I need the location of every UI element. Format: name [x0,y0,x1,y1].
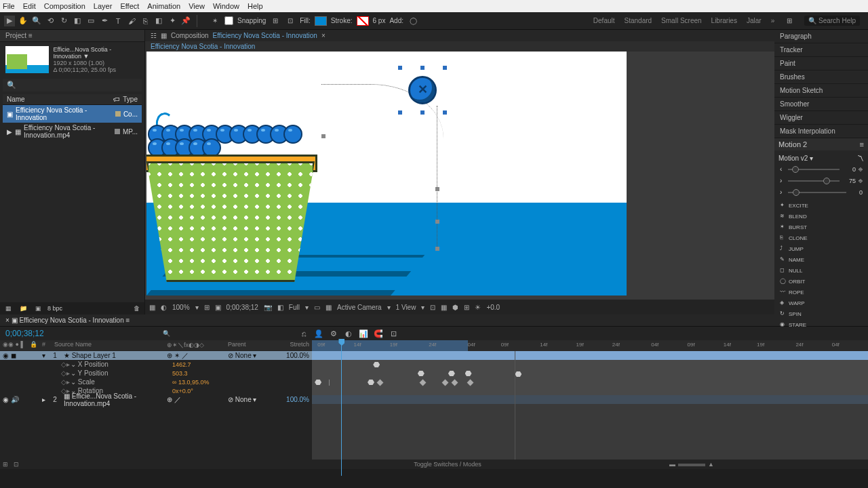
snapping-checkbox[interactable] [224,16,233,25]
exposure-value[interactable]: +0.0 [486,304,500,311]
resize-handle[interactable] [443,66,447,70]
brush-tool-icon[interactable]: 🖌 [126,16,137,26]
burst-button[interactable]: ✶BURST [780,222,821,232]
grid-icon[interactable]: ⊞ [204,304,210,311]
zoom-tool-icon[interactable]: 🔍 [31,16,42,26]
prop-xposition[interactable]: ◇▸⌄ X Position1462.7 [0,360,312,369]
prop-scale[interactable]: ◇▸⌄ Scale∞ 13.0,95.0% [0,378,312,386]
slider-2[interactable]: ›75⎆ [778,175,864,186]
menu-file[interactable]: File [3,2,15,10]
snap-opt2-icon[interactable]: ⊡ [285,16,296,26]
menu-help[interactable]: Help [248,2,263,10]
menu-edit[interactable]: Edit [23,2,36,10]
hand-tool-icon[interactable]: ✋ [18,16,28,26]
puppet-tool-icon[interactable]: 📌 [180,16,191,26]
comp-tab[interactable]: Efficiency Nova Scotia - Innovation [145,41,774,52]
views-dropdown[interactable]: 1 View [396,304,416,311]
bpc-label[interactable]: 8 bpc [47,305,62,312]
jump-button[interactable]: ⤴JUMP [780,244,821,253]
clone-tool-icon[interactable]: ⎘ [140,16,151,26]
tl-shy-icon[interactable]: 👤 [313,328,324,339]
project-search[interactable]: 🔍 [3,79,142,92]
resize-handle[interactable] [398,110,402,115]
rope-button[interactable]: 〰ROPE [780,287,821,297]
panel-wiggler[interactable]: Wiggler [774,111,868,125]
eraser-tool-icon[interactable]: ◧ [153,16,164,26]
search-help[interactable]: 🔍 Search Help [804,16,860,26]
shape-star-icon[interactable]: ✶ [210,16,220,26]
tl-toggle2-icon[interactable]: ⊡ [14,461,27,468]
graph-icon[interactable]: 〽 [857,155,864,162]
prop-yposition[interactable]: ◇▸⌄ Y Position503.3 [0,369,312,378]
name-button[interactable]: ✎NAME [780,255,821,264]
asset-row-comp[interactable]: ▣ Efficiency Nova Scotia - Innovation Co… [3,105,142,123]
px-icon[interactable]: ⊡ [430,304,435,311]
timecode[interactable]: 0;00;38;12 [0,329,163,338]
interp-icon[interactable]: ▦ [3,303,14,314]
pen-tool-icon[interactable]: ✒ [99,16,110,26]
breadcrumb-link[interactable]: Efficiency Nova Scotia - Innovation [213,32,317,39]
panel-paragraph[interactable]: Paragraph [774,30,868,43]
spin-button[interactable]: ↻SPIN [780,309,821,319]
menu-composition[interactable]: Composition [44,2,85,10]
toggle-switches-button[interactable]: Toggle Switches / Modes [380,461,515,468]
layer-row-1[interactable]: ◉ ◼▾1 ★ Shape Layer 1 ⊕ ✶ ／ ⊘ None ▾ 100… [0,351,312,360]
slider-1[interactable]: ‹0⎆ [778,163,864,175]
new-comp-icon[interactable]: ▣ [33,303,43,314]
selection-tool-icon[interactable]: ▶ [4,16,15,26]
playhead[interactable] [341,340,342,476]
roi-icon[interactable]: ▭ [314,304,320,311]
roto-tool-icon[interactable]: ✦ [167,16,178,26]
exposure-icon[interactable]: ☀ [475,304,481,311]
snapshot-icon[interactable]: 📷 [264,304,272,311]
slider-3[interactable]: ›0 [778,186,864,198]
zoom-value[interactable]: 100% [172,304,190,311]
timeline-icon[interactable]: ⊞ [464,304,469,311]
camera-dropdown[interactable]: Active Camera [337,304,382,311]
snap-opt1-icon[interactable]: ⊞ [270,16,281,26]
layer-row-2[interactable]: ◉ 🔊▸2 ▦ Efficie...Nova Scotia - Innovati… [0,395,312,404]
fast-icon[interactable]: ▦ [441,304,447,311]
blend-button[interactable]: ≋BLEND [780,211,821,221]
panel-smoother[interactable]: Smoother [774,98,868,111]
tl-fx-icon[interactable]: ⚙ [328,328,339,339]
rotate-tool-icon[interactable]: ↻ [58,16,69,26]
ws-small[interactable]: Small Screen [661,17,701,24]
timeline-tab[interactable]: × ▣ Efficiency Nova Scotia - Innovation … [0,314,868,327]
resize-handle[interactable] [420,66,425,70]
menu-animation[interactable]: Animation [147,2,180,10]
tl-mb-icon[interactable]: ◐ [343,328,354,339]
orbit-button[interactable]: ◯ORBIT [780,277,821,286]
folder-icon[interactable]: 📁 [18,303,28,314]
motion-v2-dropdown[interactable]: Motion v2 ▾ [778,155,813,162]
ws-reset-icon[interactable]: ⊞ [784,16,795,26]
pan-behind-tool-icon[interactable]: ◧ [72,16,83,26]
ws-libraries[interactable]: Libraries [711,17,737,24]
ws-standard[interactable]: Standard [625,17,652,24]
time-ruler[interactable]: 09f 14f 19f 24f 04f 09f 14f 19f 24f 04f … [312,340,868,351]
null-button[interactable]: ◻NULL [780,266,821,275]
tc-value[interactable]: 0;00;38;12 [226,304,258,311]
flowchart-icon[interactable]: ☷ [151,32,157,39]
path-handle[interactable] [321,134,326,138]
path-handle[interactable] [435,187,439,191]
composition-viewer[interactable] [145,52,774,300]
motion2-header[interactable]: Motion 2≡ [774,138,868,150]
zoom-out-icon[interactable]: ▬ [669,461,675,468]
zoom-slider[interactable] [678,464,705,466]
rect-tool-icon[interactable]: ▭ [85,16,96,26]
asset-row-mp4[interactable]: ▶ ▦ Efficiency Nova Scotia - Innovation.… [3,123,142,140]
panel-brushes[interactable]: Brushes [774,70,868,84]
guides-icon[interactable]: ▣ [215,304,221,311]
tl-graph-icon[interactable]: 📊 [358,328,369,339]
orbit-tool-icon[interactable]: ⟲ [45,16,56,26]
tl-a-icon[interactable]: ⊡ [388,328,399,339]
tl-toggle1-icon[interactable]: ⊞ [0,461,14,468]
stroke-width[interactable]: 6 px [373,17,386,24]
resize-handle[interactable] [420,110,425,115]
clone-button[interactable]: ⎘CLONE [780,233,821,243]
resize-handle[interactable] [398,66,402,70]
keyframe-marker[interactable] [329,380,330,386]
alpha-icon[interactable]: ▦ [149,304,155,311]
layer-bar-1[interactable] [312,351,868,360]
